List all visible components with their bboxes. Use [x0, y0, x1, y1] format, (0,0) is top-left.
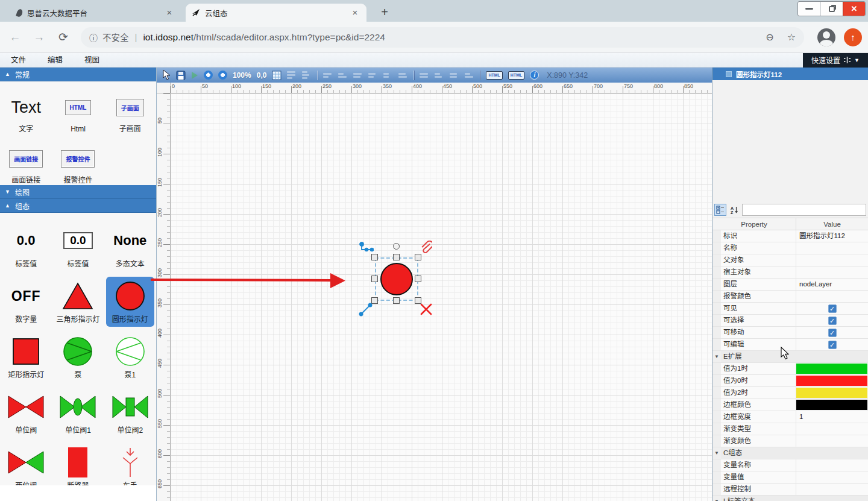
palette-item-rect-indicator[interactable]: 矩形指示灯: [2, 332, 50, 382]
property-row[interactable]: 值为0时: [712, 375, 868, 387]
property-row[interactable]: 宿主对象: [712, 266, 868, 279]
address-bar[interactable]: ⓘ 不安全 | iot.idosp.net /html/scada/editor…: [81, 27, 804, 48]
resize-handle-w[interactable]: [371, 276, 378, 282]
property-row[interactable]: 渐变类型: [712, 423, 868, 435]
attachment-icon[interactable]: [420, 241, 432, 256]
property-row[interactable]: 边框颜色: [712, 399, 868, 411]
browser-update-button[interactable]: ↑: [844, 28, 862, 46]
property-row[interactable]: 标识圆形指示灯112: [712, 230, 868, 242]
property-value[interactable]: [796, 291, 868, 302]
checkbox-checked[interactable]: ✓: [828, 341, 837, 349]
page-info-icon[interactable]: ⓘ: [89, 31, 98, 43]
property-group-row[interactable]: ▼L标签文本: [712, 496, 868, 501]
tab-scada-editor[interactable]: 云组态 ×: [186, 4, 366, 22]
same-width-button[interactable]: [420, 71, 429, 80]
connector-tool-icon[interactable]: [359, 242, 374, 255]
palette-item-pump[interactable]: 泵: [54, 332, 102, 382]
property-row[interactable]: 变量名称: [712, 459, 868, 471]
menu-file[interactable]: 文件: [0, 53, 37, 68]
align-bottom-button[interactable]: [398, 71, 408, 80]
palette-item-circle-indicator[interactable]: 圆形指示灯: [106, 277, 154, 327]
minimize-button[interactable]: [798, 2, 820, 16]
property-value[interactable]: ✓: [796, 315, 868, 326]
menu-edit[interactable]: 编辑: [37, 53, 74, 68]
back-button[interactable]: ←: [6, 31, 24, 44]
bookmark-star-icon[interactable]: ☆: [787, 31, 796, 43]
property-value[interactable]: [796, 435, 868, 447]
property-value[interactable]: [796, 459, 868, 471]
align-middle-button[interactable]: [383, 71, 393, 80]
property-row[interactable]: 边框宽度1: [712, 411, 868, 423]
property-row[interactable]: 渐变颜色: [712, 435, 868, 447]
property-value[interactable]: [796, 471, 868, 483]
property-row[interactable]: 图层nodeLayer: [712, 279, 868, 291]
color-swatch[interactable]: [796, 388, 867, 398]
property-group-row[interactable]: ▼E扩展: [712, 351, 868, 363]
align-left-button[interactable]: [323, 71, 333, 80]
property-value[interactable]: 1: [796, 411, 868, 423]
property-row[interactable]: 可编辑✓: [712, 339, 868, 351]
palette-item-subscreen[interactable]: 子画面 子画面: [106, 90, 154, 136]
property-row[interactable]: 值为1时: [712, 363, 868, 375]
delete-icon[interactable]: [420, 303, 433, 316]
property-row[interactable]: 远程控制: [712, 484, 868, 496]
property-row[interactable]: 父对象: [712, 254, 868, 266]
select-tool-button[interactable]: [163, 70, 171, 80]
palette-item-pump1[interactable]: 泵1: [106, 332, 154, 382]
property-value[interactable]: ✓: [796, 303, 868, 314]
align-right-button[interactable]: [353, 71, 363, 80]
palette-item-alarm-widget[interactable]: 报警控件 报警控件: [54, 141, 102, 187]
property-value[interactable]: ✓: [796, 327, 868, 338]
palette-item-triangle-indicator[interactable]: 三角形指示灯: [54, 277, 102, 327]
property-row[interactable]: 报警颜色: [712, 291, 868, 303]
copy-button[interactable]: [287, 71, 297, 80]
zoom-page-icon[interactable]: ⊖: [766, 31, 773, 43]
checkbox-checked[interactable]: ✓: [828, 317, 837, 325]
forward-button[interactable]: →: [30, 31, 48, 44]
grid-toggle-button[interactable]: [272, 71, 281, 80]
section-header-scada[interactable]: ▲ 组态: [0, 199, 156, 213]
color-swatch[interactable]: [796, 400, 867, 410]
property-value[interactable]: [796, 363, 868, 374]
property-row[interactable]: 名称: [712, 242, 868, 254]
group-collapse-icon[interactable]: ▼: [712, 447, 721, 459]
property-row[interactable]: 可见✓: [712, 303, 868, 315]
palette-item-valve2[interactable]: 单位阀2: [106, 388, 154, 438]
inspector-search-box[interactable]: [742, 204, 866, 216]
property-value[interactable]: nodeLayer: [796, 279, 868, 290]
zoom-in-button[interactable]: +: [204, 71, 213, 80]
categorized-view-button[interactable]: [714, 204, 726, 216]
new-tab-button[interactable]: +: [376, 4, 393, 21]
color-swatch[interactable]: [796, 376, 867, 386]
color-swatch[interactable]: [796, 364, 867, 374]
palette-item-multistate-text[interactable]: None 多态文本: [106, 221, 154, 271]
close-tab-icon[interactable]: ×: [350, 7, 360, 18]
distribute-h-button[interactable]: [450, 71, 459, 80]
palette-item-digital[interactable]: OFF 数字量: [2, 277, 50, 327]
palette-item-breaker[interactable]: 断路器: [54, 443, 102, 485]
run-button[interactable]: [191, 71, 198, 80]
html-export-button[interactable]: HTML: [486, 71, 502, 80]
resize-handle-e[interactable]: [415, 276, 421, 282]
checkbox-checked[interactable]: ✓: [828, 304, 837, 313]
property-value[interactable]: [796, 423, 868, 435]
property-value[interactable]: [796, 387, 868, 399]
zoom-out-button[interactable]: −: [218, 71, 227, 80]
quick-settings-button[interactable]: 快速设置 ▼: [803, 53, 868, 68]
palette-item-pantograph[interactable]: 车手: [106, 443, 154, 485]
property-row[interactable]: 值为2时: [712, 387, 868, 399]
property-value[interactable]: 圆形指示灯112: [796, 230, 868, 242]
reload-button[interactable]: ⟳: [54, 30, 72, 44]
property-row[interactable]: 可移动✓: [712, 327, 868, 339]
tab-dashboard[interactable]: 思普云大数据平台 ×: [11, 4, 181, 22]
line-tool-icon[interactable]: [359, 303, 373, 317]
property-value[interactable]: ✓: [796, 339, 868, 350]
palette-item-screen-link[interactable]: 画面链接 画面链接: [2, 141, 50, 187]
palette-item-valve1[interactable]: 单位阀1: [54, 388, 102, 438]
paste-button[interactable]: [302, 71, 312, 80]
property-value[interactable]: [796, 266, 868, 278]
profile-avatar[interactable]: [817, 28, 835, 46]
property-value[interactable]: [796, 484, 868, 495]
property-row[interactable]: 可选择✓: [712, 315, 868, 327]
align-center-button[interactable]: [338, 71, 348, 80]
